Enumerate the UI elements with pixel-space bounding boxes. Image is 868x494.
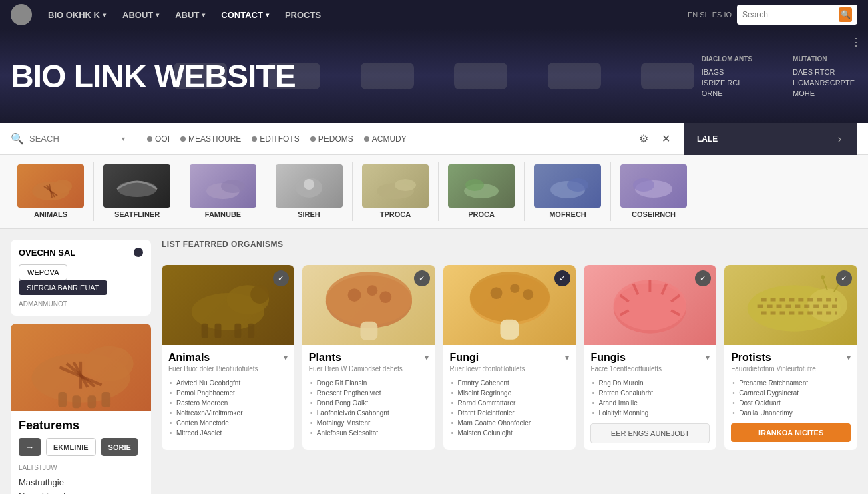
category-animals[interactable]: ANIMALS — [11, 162, 91, 221]
svg-rect-35 — [248, 324, 254, 338]
card-protists-orange-button[interactable]: IRANKOA NICITES — [731, 423, 851, 442]
card-fungis-see-more-button[interactable]: EER ENGS AUNEJOBT — [590, 423, 710, 443]
list-item[interactable]: Roescnt Pngthenivret — [309, 388, 429, 398]
list-item[interactable]: Arivted Nu Oeobdgfnt — [168, 378, 288, 388]
hero-dropdown-item-1-2[interactable]: ISRIZE RCI — [702, 79, 752, 87]
main-content: OVECHN SAL WEPOVA SIERCIA BANRIEUAT ADMA… — [0, 229, 868, 494]
filter-settings-button[interactable]: ⚙ — [636, 130, 651, 148]
filter-right-arrow-button[interactable]: › — [835, 130, 844, 148]
hero-dropdown-item-2-3[interactable]: MOHE — [793, 89, 855, 97]
featured-card-img — [11, 324, 151, 411]
card-animals-more-button[interactable]: ▾ — [284, 353, 288, 362]
filter-tag-ooi[interactable]: OOI — [147, 134, 170, 144]
list-item[interactable]: Danila Unanerimy — [731, 408, 851, 418]
filter-tag-pedoms[interactable]: PEDOMS — [310, 134, 353, 144]
hero-dropdowns: DIACLOM ANTS IBAGS ISRIZE RCI ORNE MUTAT… — [702, 55, 855, 97]
card-fungis-body: Fungis ▾ Facre 1centledotfuuletts Rng Do… — [584, 345, 716, 450]
nav-text-link-1[interactable]: EN SI — [688, 11, 707, 19]
nav-text-link-2[interactable]: ES IO — [712, 11, 732, 19]
category-famnube[interactable]: FAMNUBE — [183, 162, 263, 221]
card-plants-img: ✓ — [302, 265, 435, 345]
category-coseirnch-label: COSEIRNCH — [632, 210, 676, 218]
card-animals-check-button[interactable]: ✓ — [273, 270, 289, 286]
list-item[interactable]: Pemol Pngbhoemet — [168, 388, 288, 398]
list-item[interactable]: Rarnd Comrrattarer — [450, 398, 570, 408]
list-item[interactable]: Mitrcod JAselet — [168, 428, 288, 438]
nav-link-abut[interactable]: ABUT ▾ — [167, 0, 213, 29]
card-protists-body: Protists ▾ Fauordietofnm Vinleurfotutre … — [724, 345, 857, 449]
list-item[interactable]: Maisten Celunlojht — [450, 428, 570, 438]
hero-dropdown-item-1-1[interactable]: IBAGS — [702, 68, 752, 76]
list-item[interactable]: Dtatnt Relcintfonler — [450, 408, 570, 418]
list-item[interactable]: Rng Do Muroin — [590, 378, 710, 388]
category-seatfliner[interactable]: SEATFLINER — [97, 162, 177, 221]
filter-search-input[interactable] — [29, 134, 116, 144]
svg-point-20 — [110, 348, 129, 368]
nav-search-input[interactable] — [742, 10, 836, 19]
nav-link-about[interactable]: ABOUT ▾ — [114, 0, 167, 29]
card-fungi-more-button[interactable]: ▾ — [565, 353, 569, 362]
overview-btn-1[interactable]: WEPOVA — [19, 264, 67, 280]
hero-dropdown-item-1-3[interactable]: ORNE — [702, 89, 752, 97]
list-item[interactable]: Fmntry Cohenent — [450, 378, 570, 388]
filter-tag-meastioure[interactable]: MEASTIOURE — [180, 134, 241, 144]
category-coseirnch[interactable]: COSEIRNCH — [614, 162, 694, 221]
featured-explore-button[interactable]: EKMLINIE — [46, 438, 96, 456]
featured-arrow-button[interactable]: → — [19, 438, 41, 456]
featured-card-buttons: → EKMLINIE SORIE — [19, 438, 143, 456]
list-item[interactable]: Aniefosun Selesoltat — [309, 428, 429, 438]
search-icon: 🔍 — [11, 132, 24, 145]
hero-dropdown-item-2-1[interactable]: DAES RTCR — [793, 68, 855, 76]
list-item[interactable]: Rntren Conaluhrht — [590, 388, 710, 398]
card-protists-more-button[interactable]: ▾ — [847, 353, 851, 362]
filter-dot-2 — [180, 136, 186, 142]
card-fungi-img: ✓ — [443, 265, 576, 345]
list-item[interactable]: Prename Rntchnament — [731, 378, 851, 388]
card-plants-check-button[interactable]: ✓ — [414, 270, 430, 286]
filter-tag-acmudy[interactable]: ACMUDY — [364, 134, 407, 144]
tproca-illustration — [369, 168, 422, 204]
nav-link-home[interactable]: Bio OKHK K ▾ — [40, 0, 114, 29]
svg-point-17 — [633, 178, 654, 192]
list-item[interactable]: Lolaltylt Monning — [590, 408, 710, 418]
card-plants-more-button[interactable]: ▾ — [425, 353, 429, 362]
list-item[interactable]: Miselnt Regrinnge — [450, 388, 570, 398]
category-tproca[interactable]: TPROCA — [355, 162, 435, 221]
filter-tag-editfots[interactable]: EDITFOTS — [252, 134, 299, 144]
category-sireh[interactable]: SIREH — [269, 162, 349, 221]
card-fungis-more-button[interactable]: ▾ — [706, 353, 710, 362]
filter-right-panel: LALE › — [684, 123, 857, 155]
list-item[interactable]: Dost Oakfuart — [731, 398, 851, 408]
card-fungi-desc: Ruer loevr dfonlotilofulets — [450, 365, 570, 373]
nav-link-procts[interactable]: PROCTS — [277, 0, 329, 29]
category-proca[interactable]: PROCA — [441, 162, 521, 221]
featured-some-button[interactable]: SORIE — [101, 438, 138, 456]
seatfliner-illustration — [110, 168, 164, 204]
hero-dropdown-item-2-2[interactable]: HCMANRSCRPTE — [793, 79, 855, 87]
list-item[interactable]: Conten Monctorle — [168, 418, 288, 428]
svg-point-64 — [821, 275, 825, 279]
overview-btn-2[interactable]: SIERCIA BANRIEUAT — [19, 280, 107, 295]
featured-list-item-1[interactable]: Mastruthgie — [19, 475, 143, 489]
overview-panel: OVECHN SAL WEPOVA SIERCIA BANRIEUAT ADMA… — [11, 240, 151, 316]
list-item[interactable]: Laofonleivdn Csahongnt — [309, 408, 429, 418]
nav-link-contact[interactable]: CONTACT ▾ — [213, 0, 277, 29]
nav-search-button[interactable]: 🔍 — [839, 7, 852, 22]
list-item[interactable]: Arand Imalile — [590, 398, 710, 408]
list-item[interactable]: Mam Coatae Ohonfoeler — [450, 418, 570, 428]
card-fungi-body: Fungi ▾ Ruer loevr dfonlotilofulets Fmnt… — [443, 345, 576, 445]
list-item[interactable]: Doge Rlt Elansin — [309, 378, 429, 388]
chevron-down-icon[interactable]: ▾ — [122, 135, 125, 142]
card-fungis-check-button[interactable]: ✓ — [695, 270, 711, 286]
list-item[interactable]: Carnreal Dygsinerat — [731, 388, 851, 398]
list-item[interactable]: Noltreaxn/Vlreitmroker — [168, 408, 288, 418]
filter-close-button[interactable]: ✕ — [659, 130, 673, 148]
list-item[interactable]: Motaingy Mnstenr — [309, 418, 429, 428]
list-item[interactable]: Dond Pong Oalkt — [309, 398, 429, 408]
hero-dots-menu[interactable]: ⋮ — [851, 36, 861, 49]
category-mofrech[interactable]: MOFRECH — [527, 162, 608, 221]
featured-card: Featurems → EKMLINIE SORIE LALTSTJUW Mas… — [11, 324, 151, 494]
featured-list-item-2[interactable]: Nonu Ltenel — [19, 489, 143, 494]
list-item[interactable]: Rastero Moereen — [168, 398, 288, 408]
card-protists-check-button[interactable]: ✓ — [836, 270, 852, 286]
